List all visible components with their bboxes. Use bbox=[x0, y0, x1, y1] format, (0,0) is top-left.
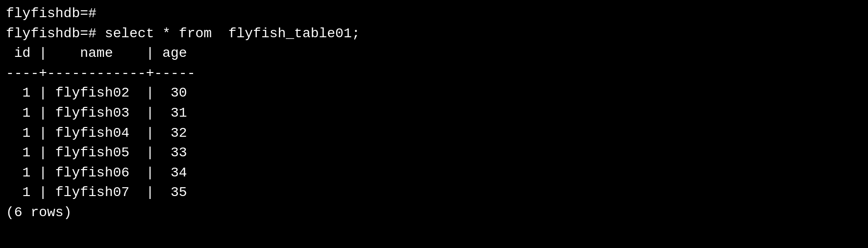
table-row-3: 1 | flyfish04 | 32 bbox=[6, 124, 862, 144]
table-row-1: 1 | flyfish02 | 30 bbox=[6, 83, 862, 103]
terminal-window: flyfishdb=# flyfishdb=# select * from fl… bbox=[6, 4, 862, 248]
row-count: (6 rows) bbox=[6, 203, 862, 223]
table-separator: ----+------------+----- bbox=[6, 64, 862, 84]
table-row-4: 1 | flyfish05 | 33 bbox=[6, 143, 862, 163]
table-row-6: 1 | flyfish07 | 35 bbox=[6, 183, 862, 203]
terminal-line-2: flyfishdb=# select * from flyfish_table0… bbox=[6, 24, 862, 44]
prompt-line[interactable]: flyfishdb=# bbox=[6, 243, 862, 248]
table-row-2: 1 | flyfish03 | 31 bbox=[6, 103, 862, 124]
table-header-row: id | name | age bbox=[6, 44, 862, 64]
blank-line bbox=[6, 223, 862, 243]
table-row-5: 1 | flyfish06 | 34 bbox=[6, 163, 862, 183]
terminal-line-1: flyfishdb=# bbox=[6, 4, 862, 24]
